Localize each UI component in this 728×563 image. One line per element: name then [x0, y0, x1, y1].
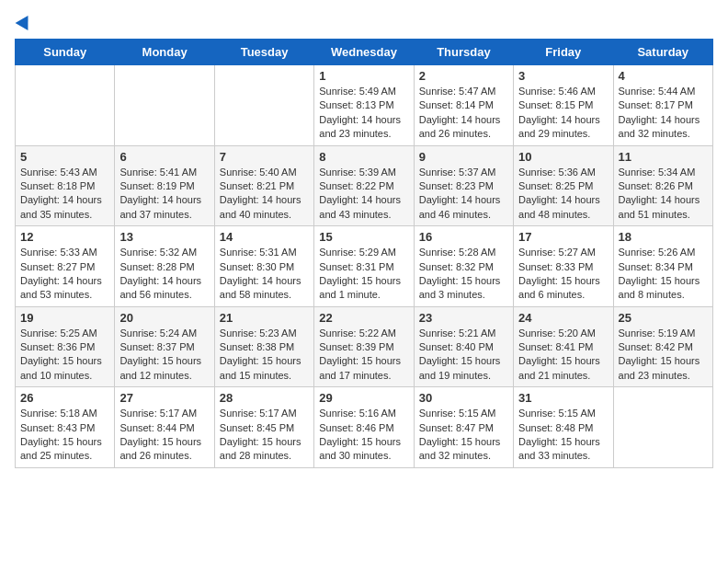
day-info: Sunrise: 5:22 AM Sunset: 8:39 PM Dayligh…	[319, 327, 408, 384]
day-info: Sunrise: 5:29 AM Sunset: 8:31 PM Dayligh…	[319, 246, 408, 303]
day-info: Sunrise: 5:44 AM Sunset: 8:17 PM Dayligh…	[619, 85, 708, 142]
day-info: Sunrise: 5:23 AM Sunset: 8:38 PM Dayligh…	[220, 327, 309, 384]
day-of-week-header: Friday	[514, 40, 613, 65]
day-number: 14	[220, 230, 309, 244]
day-info: Sunrise: 5:19 AM Sunset: 8:42 PM Dayligh…	[619, 327, 708, 384]
day-number: 23	[419, 311, 508, 325]
day-number: 20	[119, 311, 209, 325]
calendar-day-cell: 8Sunrise: 5:39 AM Sunset: 8:22 PM Daylig…	[314, 145, 414, 226]
calendar-day-cell	[115, 65, 214, 146]
day-number: 5	[20, 150, 109, 164]
day-number: 12	[20, 230, 109, 244]
day-of-week-header: Saturday	[613, 40, 712, 65]
day-info: Sunrise: 5:39 AM Sunset: 8:22 PM Dayligh…	[319, 166, 408, 223]
day-number: 13	[119, 230, 209, 244]
day-of-week-header: Monday	[115, 40, 214, 65]
calendar-day-cell: 19Sunrise: 5:25 AM Sunset: 8:36 PM Dayli…	[16, 306, 115, 387]
day-number: 22	[319, 311, 408, 325]
calendar-table: SundayMondayTuesdayWednesdayThursdayFrid…	[15, 39, 713, 468]
calendar-day-cell: 15Sunrise: 5:29 AM Sunset: 8:31 PM Dayli…	[314, 226, 414, 307]
day-number: 26	[20, 391, 109, 405]
calendar-day-cell: 13Sunrise: 5:32 AM Sunset: 8:28 PM Dayli…	[115, 226, 214, 307]
day-info: Sunrise: 5:21 AM Sunset: 8:40 PM Dayligh…	[419, 327, 508, 384]
calendar-day-cell: 22Sunrise: 5:22 AM Sunset: 8:39 PM Dayli…	[314, 306, 414, 387]
day-info: Sunrise: 5:24 AM Sunset: 8:37 PM Dayligh…	[119, 327, 209, 384]
day-info: Sunrise: 5:36 AM Sunset: 8:25 PM Dayligh…	[518, 166, 608, 223]
day-info: Sunrise: 5:40 AM Sunset: 8:21 PM Dayligh…	[220, 166, 309, 223]
day-number: 3	[518, 69, 608, 83]
day-info: Sunrise: 5:25 AM Sunset: 8:36 PM Dayligh…	[20, 327, 109, 384]
calendar-day-cell: 16Sunrise: 5:28 AM Sunset: 8:32 PM Dayli…	[414, 226, 513, 307]
days-of-week-row: SundayMondayTuesdayWednesdayThursdayFrid…	[16, 40, 713, 65]
day-number: 6	[119, 150, 209, 164]
day-of-week-header: Wednesday	[314, 40, 414, 65]
day-number: 19	[20, 311, 109, 325]
day-number: 31	[518, 391, 608, 405]
calendar-day-cell: 2Sunrise: 5:47 AM Sunset: 8:14 PM Daylig…	[414, 65, 513, 146]
day-number: 29	[319, 391, 408, 405]
calendar-day-cell: 10Sunrise: 5:36 AM Sunset: 8:25 PM Dayli…	[514, 145, 613, 226]
day-number: 10	[518, 150, 608, 164]
day-info: Sunrise: 5:34 AM Sunset: 8:26 PM Dayligh…	[619, 166, 708, 223]
day-info: Sunrise: 5:32 AM Sunset: 8:28 PM Dayligh…	[119, 246, 209, 303]
day-info: Sunrise: 5:20 AM Sunset: 8:41 PM Dayligh…	[518, 327, 608, 384]
calendar-day-cell: 6Sunrise: 5:41 AM Sunset: 8:19 PM Daylig…	[115, 145, 214, 226]
calendar-day-cell: 23Sunrise: 5:21 AM Sunset: 8:40 PM Dayli…	[414, 306, 513, 387]
calendar-day-cell: 7Sunrise: 5:40 AM Sunset: 8:21 PM Daylig…	[214, 145, 313, 226]
calendar-day-cell: 24Sunrise: 5:20 AM Sunset: 8:41 PM Dayli…	[514, 306, 613, 387]
day-info: Sunrise: 5:26 AM Sunset: 8:34 PM Dayligh…	[619, 246, 708, 303]
day-number: 11	[619, 150, 708, 164]
calendar-week-row: 1Sunrise: 5:49 AM Sunset: 8:13 PM Daylig…	[16, 65, 713, 146]
calendar-day-cell: 1Sunrise: 5:49 AM Sunset: 8:13 PM Daylig…	[314, 65, 414, 146]
day-number: 21	[220, 311, 309, 325]
calendar-day-cell: 14Sunrise: 5:31 AM Sunset: 8:30 PM Dayli…	[214, 226, 313, 307]
calendar-week-row: 12Sunrise: 5:33 AM Sunset: 8:27 PM Dayli…	[16, 226, 713, 307]
day-number: 25	[619, 311, 708, 325]
logo	[15, 15, 32, 28]
day-info: Sunrise: 5:47 AM Sunset: 8:14 PM Dayligh…	[419, 85, 508, 142]
day-info: Sunrise: 5:41 AM Sunset: 8:19 PM Dayligh…	[119, 166, 209, 223]
calendar-day-cell: 3Sunrise: 5:46 AM Sunset: 8:15 PM Daylig…	[514, 65, 613, 146]
day-info: Sunrise: 5:28 AM Sunset: 8:32 PM Dayligh…	[419, 246, 508, 303]
day-info: Sunrise: 5:49 AM Sunset: 8:13 PM Dayligh…	[319, 85, 408, 142]
calendar-day-cell: 11Sunrise: 5:34 AM Sunset: 8:26 PM Dayli…	[613, 145, 712, 226]
day-info: Sunrise: 5:43 AM Sunset: 8:18 PM Dayligh…	[20, 166, 109, 223]
day-info: Sunrise: 5:37 AM Sunset: 8:23 PM Dayligh…	[419, 166, 508, 223]
day-info: Sunrise: 5:33 AM Sunset: 8:27 PM Dayligh…	[20, 246, 109, 303]
calendar-week-row: 19Sunrise: 5:25 AM Sunset: 8:36 PM Dayli…	[16, 306, 713, 387]
logo-triangle-icon	[16, 12, 35, 30]
day-info: Sunrise: 5:17 AM Sunset: 8:45 PM Dayligh…	[220, 407, 309, 464]
day-number: 16	[419, 230, 508, 244]
calendar-day-cell: 29Sunrise: 5:16 AM Sunset: 8:46 PM Dayli…	[314, 387, 414, 468]
day-info: Sunrise: 5:15 AM Sunset: 8:47 PM Dayligh…	[419, 407, 508, 464]
calendar-day-cell	[214, 65, 313, 146]
day-info: Sunrise: 5:31 AM Sunset: 8:30 PM Dayligh…	[220, 246, 309, 303]
day-number: 28	[220, 391, 309, 405]
calendar-day-cell: 18Sunrise: 5:26 AM Sunset: 8:34 PM Dayli…	[613, 226, 712, 307]
day-info: Sunrise: 5:15 AM Sunset: 8:48 PM Dayligh…	[518, 407, 608, 464]
day-info: Sunrise: 5:16 AM Sunset: 8:46 PM Dayligh…	[319, 407, 408, 464]
day-number: 4	[619, 69, 708, 83]
day-info: Sunrise: 5:17 AM Sunset: 8:44 PM Dayligh…	[119, 407, 209, 464]
calendar-week-row: 5Sunrise: 5:43 AM Sunset: 8:18 PM Daylig…	[16, 145, 713, 226]
day-number: 7	[220, 150, 309, 164]
calendar-day-cell: 12Sunrise: 5:33 AM Sunset: 8:27 PM Dayli…	[16, 226, 115, 307]
day-number: 8	[319, 150, 408, 164]
day-number: 9	[419, 150, 508, 164]
calendar-day-cell: 4Sunrise: 5:44 AM Sunset: 8:17 PM Daylig…	[613, 65, 712, 146]
calendar-week-row: 26Sunrise: 5:18 AM Sunset: 8:43 PM Dayli…	[16, 387, 713, 468]
calendar-day-cell: 31Sunrise: 5:15 AM Sunset: 8:48 PM Dayli…	[514, 387, 613, 468]
calendar-day-cell	[16, 65, 115, 146]
day-number: 2	[419, 69, 508, 83]
page-header	[15, 15, 713, 28]
day-info: Sunrise: 5:46 AM Sunset: 8:15 PM Dayligh…	[518, 85, 608, 142]
day-of-week-header: Tuesday	[214, 40, 313, 65]
day-number: 15	[319, 230, 408, 244]
day-info: Sunrise: 5:27 AM Sunset: 8:33 PM Dayligh…	[518, 246, 608, 303]
day-number: 18	[619, 230, 708, 244]
calendar-day-cell: 26Sunrise: 5:18 AM Sunset: 8:43 PM Dayli…	[16, 387, 115, 468]
calendar-day-cell: 17Sunrise: 5:27 AM Sunset: 8:33 PM Dayli…	[514, 226, 613, 307]
day-of-week-header: Sunday	[16, 40, 115, 65]
calendar-day-cell: 27Sunrise: 5:17 AM Sunset: 8:44 PM Dayli…	[115, 387, 214, 468]
day-number: 17	[518, 230, 608, 244]
